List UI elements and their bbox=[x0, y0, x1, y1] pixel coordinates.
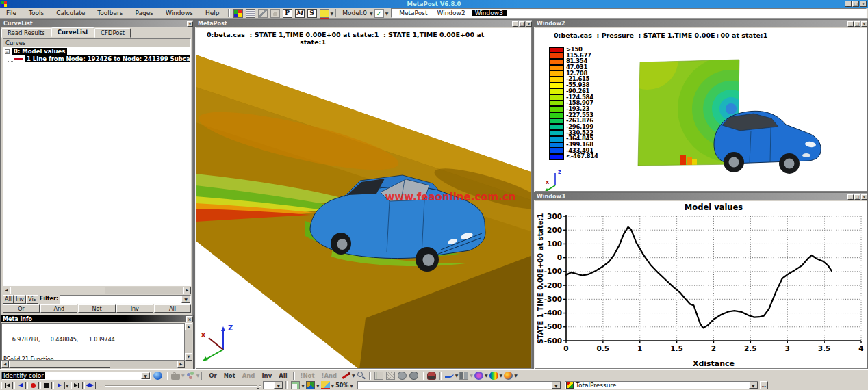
filter-inv-button[interactable]: Inv bbox=[14, 295, 26, 304]
menu-toolbars[interactable]: Toolbars bbox=[91, 8, 129, 18]
metapost-close-button[interactable]: × bbox=[526, 21, 532, 27]
logic-negand-button[interactable]: !And bbox=[318, 372, 341, 379]
tab-cfdpost[interactable]: CFDPost bbox=[94, 28, 131, 38]
tab-curvelist[interactable]: CurveList bbox=[51, 27, 94, 37]
not-button[interactable]: Not bbox=[78, 304, 115, 313]
tree-expander-icon[interactable]: − bbox=[5, 49, 10, 54]
logic-inv-button[interactable]: Inv bbox=[258, 372, 275, 379]
window3-minimize-button[interactable]: _ bbox=[847, 194, 854, 200]
model-car-icon[interactable] bbox=[427, 372, 436, 380]
loop-icon[interactable] bbox=[84, 382, 96, 389]
window2-minimize-button[interactable]: _ bbox=[847, 21, 854, 27]
entity-group-icon[interactable] bbox=[186, 372, 195, 380]
fringe-dropdown-icon[interactable]: ▼ bbox=[500, 373, 503, 378]
car-model[interactable] bbox=[714, 111, 821, 174]
model-values-chart[interactable]: 00.511.522.533.54-600-500-400-300-200-10… bbox=[535, 201, 867, 368]
logic-or-button[interactable]: Or bbox=[205, 372, 220, 379]
scroll-right-icon[interactable]: ▶ bbox=[177, 361, 185, 368]
view-combo-dropdown-icon[interactable]: ▼ bbox=[552, 382, 561, 389]
annotate-dropdown[interactable]: ▼ bbox=[385, 11, 389, 16]
meta-menu-icon[interactable] bbox=[320, 9, 329, 18]
play-icon[interactable] bbox=[53, 382, 65, 389]
mesh-grid-outline-icon[interactable] bbox=[386, 372, 395, 380]
model-combo[interactable]: Model:0 bbox=[340, 9, 370, 17]
tree-row-root[interactable]: − 0: Model values bbox=[3, 48, 190, 55]
run-command-icon[interactable] bbox=[153, 372, 162, 380]
logic-all-button[interactable]: All bbox=[275, 372, 290, 379]
logic-negnot-button[interactable]: !Not bbox=[297, 372, 318, 379]
s-tool-icon[interactable]: S bbox=[307, 9, 317, 18]
window2-titlebar[interactable]: Window2 _ □ × bbox=[534, 20, 867, 27]
meta-info-close-button[interactable]: × bbox=[186, 316, 193, 322]
play-backward-icon[interactable] bbox=[14, 382, 26, 389]
menu-file[interactable]: File bbox=[0, 8, 23, 18]
filter-combo[interactable]: ▼ bbox=[60, 295, 191, 304]
iso-disc-icon[interactable] bbox=[474, 372, 483, 380]
curves-header[interactable]: Curves bbox=[3, 39, 190, 47]
window2-3d-viewport[interactable]: z x 0:beta.cas : Pressure : STATE 1,TIME… bbox=[535, 28, 867, 191]
metapost-maximize-button[interactable]: □ bbox=[519, 21, 525, 27]
window3-maximize-button[interactable]: □ bbox=[854, 194, 860, 200]
filter-input[interactable] bbox=[60, 296, 181, 303]
annotate-pen-icon[interactable] bbox=[342, 372, 350, 380]
view-combo[interactable]: ▼ bbox=[357, 381, 561, 389]
logic-not-button[interactable]: Not bbox=[220, 372, 239, 379]
page-state-dropdown-icon[interactable]: ▼ bbox=[301, 383, 305, 388]
menu-pages[interactable]: Pages bbox=[129, 8, 159, 18]
menu-calculate[interactable]: Calculate bbox=[50, 8, 91, 18]
window2-maximize-button[interactable]: □ bbox=[854, 21, 860, 27]
zoom-dropdown-icon[interactable]: ▼ bbox=[350, 383, 353, 388]
tab-window2[interactable]: Window2 bbox=[433, 10, 468, 16]
surface-blob-icon[interactable] bbox=[398, 372, 407, 380]
metapost-minimize-button[interactable]: _ bbox=[512, 21, 518, 27]
tree-row-curve[interactable]: 1 Line from Node: 192426 to Node: 241399… bbox=[3, 55, 190, 62]
section-cut-icon[interactable] bbox=[459, 372, 468, 380]
tab-read-results[interactable]: Read Results bbox=[1, 28, 51, 38]
all-button[interactable]: All bbox=[154, 304, 191, 313]
filter-vis-button[interactable]: Vis bbox=[26, 295, 38, 304]
skip-end-icon[interactable] bbox=[71, 382, 83, 389]
inv-button[interactable]: Inv bbox=[116, 304, 153, 313]
surface-blob2-icon[interactable] bbox=[409, 372, 418, 380]
deform-scale-icon[interactable] bbox=[321, 381, 330, 389]
scroll-up-icon[interactable]: ▲ bbox=[185, 323, 192, 330]
deform-dropdown-icon[interactable]: ▼ bbox=[331, 383, 335, 388]
model-cube-icon[interactable] bbox=[306, 381, 315, 389]
or-button[interactable]: Or bbox=[3, 304, 40, 313]
frame-slider[interactable] bbox=[105, 382, 261, 389]
logic-and-button[interactable]: And bbox=[239, 372, 259, 379]
scroll-left-icon[interactable]: ◀ bbox=[3, 287, 10, 294]
p-tool-icon[interactable]: P bbox=[283, 9, 292, 18]
record-icon[interactable] bbox=[27, 382, 39, 389]
m-tool-icon[interactable]: M bbox=[295, 9, 305, 18]
lock-icon[interactable] bbox=[171, 374, 180, 380]
tab-metapost[interactable]: MetaPost bbox=[396, 10, 431, 16]
fringe-result-icon[interactable] bbox=[489, 372, 498, 380]
cube-dropdown-icon[interactable]: ▼ bbox=[316, 383, 320, 388]
window2-close-button[interactable]: × bbox=[861, 21, 867, 27]
meta-menu-dropdown[interactable]: ▼ bbox=[331, 11, 334, 16]
lock-dropdown-icon[interactable]: ▼ bbox=[181, 373, 185, 378]
skip-start-icon[interactable] bbox=[1, 382, 13, 389]
curvelist-titlebar[interactable]: CurveList × bbox=[1, 20, 193, 27]
magnifier-icon[interactable] bbox=[357, 372, 366, 380]
palette-icon[interactable] bbox=[233, 9, 243, 18]
scroll-right-icon[interactable]: ▶ bbox=[183, 287, 191, 294]
window3-titlebar[interactable]: Window3 _ □ × bbox=[534, 193, 867, 200]
meta-info-hscrollbar[interactable]: ◀ ▶ bbox=[1, 361, 185, 368]
curvelist-close-button[interactable]: × bbox=[187, 21, 193, 27]
view-combo-input[interactable] bbox=[358, 382, 552, 389]
scroll-left-icon[interactable]: ◀ bbox=[1, 361, 9, 368]
metapost-titlebar[interactable]: MetaPost _ □ × bbox=[195, 20, 532, 27]
menu-help[interactable]: Help bbox=[199, 8, 226, 18]
meta-info-vscrollbar[interactable]: ▲ ▼ bbox=[185, 323, 192, 361]
datasheet-icon[interactable] bbox=[246, 9, 255, 18]
tree-hscrollbar[interactable]: ◀ ▶ bbox=[3, 287, 191, 294]
metapost-3d-scene[interactable]: www.feaonline.com.cn Z x bbox=[196, 28, 531, 368]
zoom-level-label[interactable]: 50% bbox=[335, 382, 348, 389]
result-combo[interactable]: TotalPressure ▼ bbox=[565, 381, 758, 389]
result-more-button[interactable]: ... bbox=[760, 381, 768, 389]
section-dropdown-icon[interactable]: ▼ bbox=[470, 373, 473, 378]
page-state-icon[interactable] bbox=[291, 381, 300, 389]
app-titlebar[interactable]: MetaPost V6.8.0 _ □ × bbox=[0, 0, 868, 8]
